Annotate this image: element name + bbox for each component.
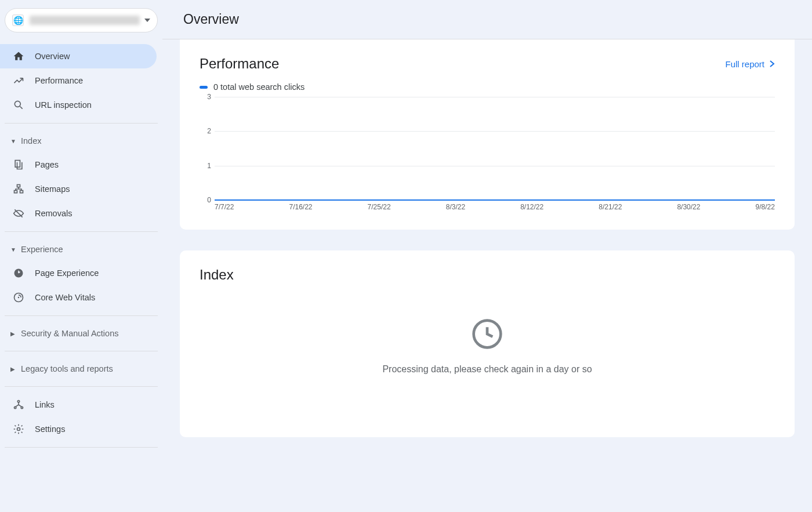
sidebar-item-label: Settings <box>35 424 65 434</box>
sidebar-item-pages[interactable]: Pages <box>0 152 157 177</box>
x-tick: 7/7/22 <box>215 203 234 213</box>
x-tick: 8/21/22 <box>599 203 622 213</box>
performance-card: Performance Full report 0 total web sear… <box>180 39 795 230</box>
divider <box>5 386 158 387</box>
card-title: Index <box>200 267 775 283</box>
x-tick: 7/25/22 <box>368 203 391 213</box>
svg-point-11 <box>17 428 20 431</box>
link-label: Full report <box>725 59 764 69</box>
sidebar-item-label: Page Experience <box>35 268 99 278</box>
x-tick: 8/3/22 <box>446 203 465 213</box>
x-tick: 8/12/22 <box>520 203 543 213</box>
page-title: Overview <box>183 12 239 27</box>
sidebar-item-label: Core Web Vitals <box>35 293 95 302</box>
removals-icon <box>13 208 24 219</box>
sidebar-item-links[interactable]: Links <box>0 393 157 417</box>
links-icon <box>13 399 24 411</box>
sidebar-item-core-web-vitals[interactable]: Core Web Vitals <box>0 285 157 310</box>
y-tick: 0 <box>203 196 211 204</box>
sidebar-item-removals[interactable]: Removals <box>0 201 157 226</box>
full-report-link[interactable]: Full report <box>725 59 775 69</box>
caret-right-icon: ▶ <box>10 366 19 372</box>
y-tick: 3 <box>203 93 211 101</box>
legend-swatch <box>200 86 208 89</box>
settings-icon <box>13 423 24 435</box>
chevron-right-icon <box>769 60 775 68</box>
sidebar-item-performance[interactable]: Performance <box>0 68 157 93</box>
home-icon <box>13 50 24 62</box>
sidebar-item-label: Links <box>35 400 55 409</box>
chart-legend: 0 total web search clicks <box>200 82 775 92</box>
sitemap-icon <box>13 183 24 195</box>
section-label: Experience <box>21 245 63 254</box>
svg-rect-3 <box>14 191 17 193</box>
index-card: Index Processing data, please check agai… <box>180 250 795 437</box>
sidebar-item-sitemaps[interactable]: Sitemaps <box>0 177 157 201</box>
svg-point-0 <box>14 101 20 107</box>
pages-icon <box>13 159 24 170</box>
sidebar-item-label: Sitemaps <box>35 184 70 194</box>
property-selector[interactable]: 🌐 <box>5 8 158 32</box>
y-tick: 1 <box>203 162 211 170</box>
divider <box>5 351 158 351</box>
sidebar-item-label: Overview <box>35 52 70 61</box>
trending-icon <box>13 75 24 86</box>
svg-rect-4 <box>20 191 23 193</box>
performance-chart: 3 2 1 0 7/7/22 7/16/22 7/25/22 8/3/22 8/… <box>200 97 775 213</box>
section-label: Security & Manual Actions <box>21 329 118 338</box>
section-label: Legacy tools and reports <box>21 364 113 373</box>
chevron-down-icon <box>144 19 150 22</box>
sidebar-item-label: Pages <box>35 160 59 169</box>
y-tick: 2 <box>203 127 211 135</box>
divider <box>5 447 158 448</box>
page-header: Overview <box>162 0 812 39</box>
section-label: Index <box>21 136 41 146</box>
caret-right-icon: ▶ <box>10 331 19 337</box>
caret-down-icon: ▼ <box>10 138 19 144</box>
sidebar-item-label: URL inspection <box>35 100 92 110</box>
x-tick: 8/30/22 <box>677 203 700 213</box>
divider <box>5 231 158 232</box>
section-index[interactable]: ▼ Index <box>0 129 162 152</box>
search-icon <box>13 99 24 111</box>
processing-message: Processing data, please check again in a… <box>200 364 775 375</box>
card-title: Performance <box>200 56 279 72</box>
main-content: Overview Performance Full report 0 total… <box>162 0 812 512</box>
sidebar-item-label: Performance <box>35 76 83 85</box>
section-experience[interactable]: ▼ Experience <box>0 238 162 261</box>
sidebar-item-label: Removals <box>35 209 72 218</box>
chart-line <box>215 199 775 201</box>
page-experience-icon <box>13 267 24 279</box>
sidebar-item-settings[interactable]: Settings <box>0 417 157 441</box>
x-tick: 7/16/22 <box>289 203 312 213</box>
divider <box>5 123 158 124</box>
section-legacy[interactable]: ▶ Legacy tools and reports <box>0 357 162 380</box>
vitals-icon <box>13 292 24 303</box>
caret-down-icon: ▼ <box>10 246 19 253</box>
svg-point-8 <box>17 401 19 402</box>
svg-rect-2 <box>17 185 20 187</box>
sidebar: 🌐 Overview Performance URL inspection <box>0 0 162 512</box>
sidebar-item-page-experience[interactable]: Page Experience <box>0 261 157 285</box>
x-axis: 7/7/22 7/16/22 7/25/22 8/3/22 8/12/22 8/… <box>215 203 775 213</box>
divider <box>5 315 158 316</box>
svg-point-7 <box>18 297 20 299</box>
section-security[interactable]: ▶ Security & Manual Actions <box>0 322 162 345</box>
x-tick: 9/8/22 <box>756 203 775 213</box>
clock-icon <box>200 318 775 350</box>
sidebar-item-url-inspection[interactable]: URL inspection <box>0 93 157 117</box>
globe-icon: 🌐 <box>12 14 24 26</box>
legend-text: 0 total web search clicks <box>213 82 304 92</box>
property-name-redacted <box>30 16 140 25</box>
sidebar-item-overview[interactable]: Overview <box>0 44 157 68</box>
